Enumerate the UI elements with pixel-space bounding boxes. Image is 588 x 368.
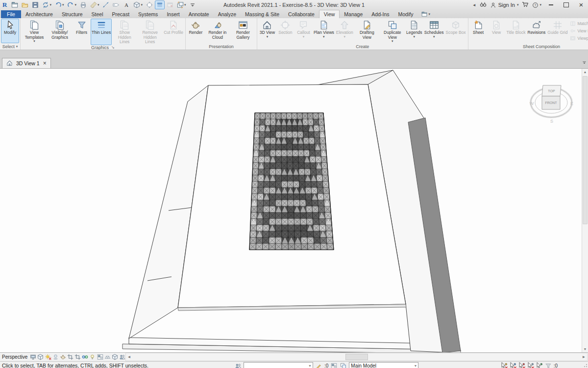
- panel-label-sheet-composition[interactable]: Sheet Composition: [468, 43, 588, 50]
- worksets-icon[interactable]: [234, 362, 242, 368]
- ribbon-tab-systems[interactable]: Systems: [134, 10, 162, 18]
- ribbon-button-legends[interactable]: Legends▾: [405, 19, 423, 43]
- app-store-button[interactable]: [522, 1, 529, 9]
- ribbon-button-duplicate-view[interactable]: Duplicate View▾: [380, 19, 405, 43]
- select-links-toggle[interactable]: [501, 362, 508, 368]
- qat-measure[interactable]: ▾: [89, 0, 101, 9]
- panel-label-graphics[interactable]: Graphics↘: [21, 45, 185, 50]
- ribbon-button-view-templates[interactable]: View Templates▾: [22, 19, 47, 45]
- panel-label-select[interactable]: Select▾: [0, 43, 20, 50]
- ribbon-tab-collaborate[interactable]: Collaborate: [284, 10, 319, 18]
- ribbon-button-schedules[interactable]: Schedules▾: [423, 19, 445, 43]
- panel-label-presentation[interactable]: Presentation: [186, 43, 257, 50]
- ribbon-button-drafting-view[interactable]: Drafting View: [354, 19, 380, 43]
- ribbon-button-cut-profile[interactable]: Cut Profile: [163, 19, 184, 45]
- ribbon-button-thin-lines[interactable]: Thin Lines: [91, 19, 112, 45]
- ribbon-tab-architecture[interactable]: Architecture: [21, 10, 57, 18]
- ribbon-button-view[interactable]: View: [488, 19, 506, 43]
- render-dialog-button[interactable]: [60, 353, 66, 361]
- highlight-displacement-sets-button[interactable]: [112, 353, 118, 361]
- modify-panel-toggle-icon[interactable]: ▾: [421, 11, 430, 18]
- ribbon-button-3d-view[interactable]: 3D View▾: [258, 19, 276, 43]
- scroll-right-icon[interactable]: ►: [581, 353, 587, 361]
- view-scale-label[interactable]: Perspective: [2, 354, 27, 360]
- search-button[interactable]: [480, 1, 487, 9]
- ribbon-tab-analyze[interactable]: Analyze: [214, 10, 241, 18]
- active-design-option-combo[interactable]: Main Model ▼: [349, 362, 418, 368]
- ribbon-button-plan-views[interactable]: Plan Views▾: [313, 19, 335, 43]
- ribbon-button-revisions[interactable]: Revisions: [527, 19, 547, 43]
- reveal-hidden-elements-button[interactable]: [89, 353, 96, 361]
- ribbon-button-view-reference[interactable]: View Reference: [568, 27, 588, 34]
- qat-tag-by-category[interactable]: [111, 0, 121, 9]
- qat-switch-windows[interactable]: ▾: [175, 0, 188, 9]
- ribbon-tab-view[interactable]: View: [319, 10, 340, 18]
- qat-default-3d-view[interactable]: ▾: [132, 0, 144, 9]
- close-button[interactable]: ×: [575, 0, 587, 9]
- ribbon-tab-annotate[interactable]: Annotate: [184, 10, 214, 18]
- dialog-launcher-icon[interactable]: ↘: [111, 45, 115, 50]
- qat-close-hidden-windows[interactable]: [165, 0, 175, 9]
- ribbon-button-render-in-cloud[interactable]: Render in Cloud: [205, 19, 230, 43]
- qat-open[interactable]: [20, 0, 30, 9]
- collapse-search-icon[interactable]: ◄: [472, 3, 476, 7]
- qat-customize-quick-access-toolbar[interactable]: [188, 0, 197, 9]
- view-tab-3d-view-1[interactable]: 3D View 1 ×: [2, 58, 51, 68]
- select-pinned-elements-toggle[interactable]: [518, 362, 526, 368]
- revit-logo-icon[interactable]: R: [1, 1, 9, 9]
- ribbon-tab-insert[interactable]: Insert: [162, 10, 184, 18]
- ribbon-button-remove-hidden-lines[interactable]: Remove Hidden Lines: [137, 19, 163, 45]
- ribbon-button-sheet[interactable]: Sheet: [469, 19, 488, 43]
- select-underlay-elements-toggle[interactable]: [510, 362, 517, 368]
- qat-redo[interactable]: ▾: [66, 0, 78, 9]
- ribbon-button-render-gallery[interactable]: Render Gallery: [230, 19, 256, 43]
- ribbon-button-visibility-graphics[interactable]: Visibility/ Graphics: [47, 19, 73, 45]
- design-options-icon[interactable]: [330, 362, 338, 368]
- ribbon-button-matchline[interactable]: Matchline: [568, 20, 588, 27]
- show-analytical-model-button[interactable]: [104, 353, 111, 361]
- 3d-model-viewport[interactable]: TOPFRONTWES: [0, 69, 582, 352]
- minimize-button[interactable]: [545, 0, 557, 9]
- active-workset-combo[interactable]: ▼: [244, 362, 313, 368]
- qat-aligned-dimension[interactable]: [101, 0, 111, 9]
- ribbon-button-modify[interactable]: Modify: [1, 19, 19, 43]
- shadows-button[interactable]: [52, 353, 59, 361]
- maximize-button[interactable]: [560, 0, 572, 9]
- drag-elements-on-selection-toggle[interactable]: [536, 362, 543, 368]
- scroll-down-icon[interactable]: ▼: [582, 346, 588, 352]
- ribbon-button-show-hidden-lines[interactable]: Show Hidden Lines: [112, 19, 137, 45]
- ribbon-button-guide-grid[interactable]: Guide Grid: [546, 19, 568, 43]
- resize-grip[interactable]: [581, 363, 588, 368]
- ribbon-tab-manage[interactable]: Manage: [340, 10, 367, 18]
- temporary-view-properties-button[interactable]: [97, 353, 103, 361]
- horizontal-scrollbar[interactable]: ◄ ►: [125, 353, 588, 361]
- crop-view-button[interactable]: [67, 353, 74, 361]
- visual-style-button[interactable]: [37, 353, 44, 361]
- sun-path-button[interactable]: [45, 353, 51, 361]
- ribbon-tab-massing-site[interactable]: Massing & Site: [241, 10, 284, 18]
- scroll-up-icon[interactable]: ▲: [582, 69, 588, 75]
- qat-section[interactable]: [145, 0, 154, 9]
- panel-label-create[interactable]: Create: [257, 43, 468, 50]
- qat-sync-with-central[interactable]: ▾: [41, 0, 53, 9]
- qat-print[interactable]: [78, 0, 88, 9]
- ribbon-button-callout[interactable]: Callout▾: [294, 19, 313, 43]
- view-tabs-menu-icon[interactable]: [582, 58, 587, 67]
- ribbon-button-elevation[interactable]: Elevation▾: [335, 19, 354, 43]
- horizontal-scroll-thumb[interactable]: [345, 354, 368, 360]
- ribbon-button-viewports[interactable]: Viewports▾: [568, 35, 588, 42]
- ribbon-button-filters[interactable]: Filters: [73, 19, 91, 45]
- select-elements-by-face-toggle[interactable]: [527, 362, 535, 368]
- vertical-scrollbar[interactable]: ▲ ▼: [582, 69, 588, 352]
- ribbon-button-render[interactable]: Render: [187, 19, 205, 43]
- qat-save[interactable]: [30, 0, 40, 9]
- ribbon-button-section[interactable]: Section: [276, 19, 294, 43]
- qat-text[interactable]: A: [122, 0, 131, 9]
- ribbon-tab-precast[interactable]: Precast: [108, 10, 134, 18]
- drawing-area[interactable]: TOPFRONTWES ▲ ▼: [0, 69, 588, 352]
- ribbon-tab-steel[interactable]: Steel: [87, 10, 108, 18]
- qat-recent-documents[interactable]: [10, 0, 20, 9]
- help-button[interactable]: ?▾: [532, 2, 541, 8]
- size-crop-button[interactable]: [30, 353, 36, 361]
- qat-undo[interactable]: ▾: [53, 0, 66, 9]
